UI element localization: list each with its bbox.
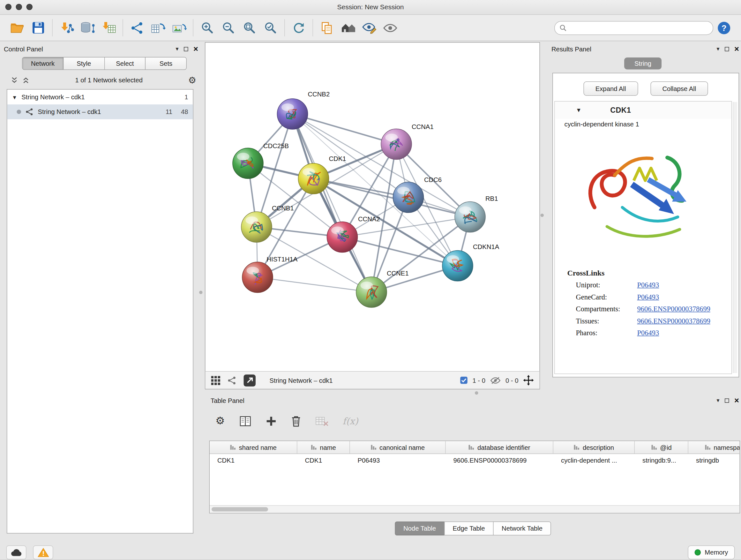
network-row[interactable]: String Network – cdk1 11 48 — [7, 105, 193, 119]
tab-style[interactable]: Style — [64, 57, 105, 70]
show-graphics-details-button[interactable] — [380, 18, 401, 38]
pan-crosshair-icon[interactable] — [523, 375, 534, 386]
memory-button[interactable]: Memory — [688, 545, 735, 559]
scrollbar-thumb[interactable] — [212, 507, 268, 512]
control-panel-collapse-icon[interactable]: ▾ — [176, 46, 179, 52]
column-header-description[interactable]: description — [553, 441, 635, 454]
column-header-canonical-name[interactable]: canonical name — [350, 441, 446, 454]
table-panel-float-icon[interactable] — [725, 398, 729, 402]
network-node-ccna1[interactable] — [381, 129, 412, 160]
show-columns-icon[interactable] — [239, 415, 252, 427]
new-network-from-selection-button[interactable] — [126, 18, 147, 38]
import-network-from-database-button[interactable] — [77, 18, 98, 38]
crosslink-uniprot-link[interactable]: P06493 — [637, 281, 659, 290]
column-header-database-identifier[interactable]: database identifier — [446, 441, 554, 454]
tab-node-table[interactable]: Node Table — [395, 522, 445, 536]
network-options-gear-icon[interactable]: ⚙ — [188, 76, 196, 85]
column-header--id[interactable]: @id — [635, 441, 688, 454]
tab-network-table[interactable]: Network Table — [493, 522, 551, 536]
table-row[interactable]: CDK1CDK1P064939606.ENSP00000378699cyclin… — [210, 454, 740, 467]
table-panel-collapse-icon[interactable]: ▾ — [717, 397, 720, 403]
zoom-fit-button[interactable] — [239, 18, 260, 38]
collapse-all-icon[interactable] — [10, 77, 18, 84]
open-session-button[interactable] — [7, 18, 28, 38]
bottom-splitter-handle[interactable] — [475, 391, 478, 395]
copy-button[interactable] — [317, 18, 338, 38]
control-panel-float-icon[interactable] — [184, 47, 188, 51]
table-cell[interactable]: P06493 — [350, 457, 446, 464]
crosslink-compartments-link[interactable]: 9606.ENSP00000378699 — [637, 305, 711, 314]
collapse-all-button[interactable]: Collapse All — [650, 81, 708, 96]
zoom-out-button[interactable] — [218, 18, 239, 38]
hidden-eye-slash-icon[interactable] — [490, 376, 501, 384]
hide-annotations-button[interactable] — [359, 18, 380, 38]
network-share-small-icon[interactable] — [227, 376, 237, 385]
table-cell[interactable]: stringdb:9... — [635, 457, 688, 464]
crosslink-genecard-link[interactable]: P06493 — [637, 293, 659, 301]
selected-checkbox-icon[interactable] — [460, 376, 468, 384]
column-header-shared-name[interactable]: shared name — [210, 441, 297, 454]
network-canvas[interactable]: CCNB2CCNA1CDC25BCDK1CDC6RB1CCNB1CCNA2CDK… — [205, 43, 540, 371]
network-node-cdkn1a[interactable] — [442, 251, 473, 281]
tab-sets[interactable]: Sets — [145, 57, 186, 70]
tab-edge-table[interactable]: Edge Table — [444, 522, 494, 536]
network-graph[interactable]: CCNB2CCNA1CDC25BCDK1CDC6RB1CCNB1CCNA2CDK… — [205, 43, 540, 371]
control-panel-close-icon[interactable]: × — [193, 45, 198, 53]
results-panel-close-icon[interactable]: × — [734, 45, 739, 53]
column-header-name[interactable]: name — [297, 441, 350, 454]
crosslink-tissues-link[interactable]: 9606.ENSP00000378699 — [637, 317, 711, 325]
network-edge[interactable] — [293, 114, 397, 144]
tree-expander-icon[interactable]: ▼ — [12, 94, 17, 100]
crosslink-pharos-link[interactable]: P06493 — [637, 329, 659, 337]
home-view-button[interactable] — [338, 18, 359, 38]
network-edge[interactable] — [293, 114, 372, 292]
save-session-button[interactable] — [28, 18, 49, 38]
network-node-hist1h1a[interactable] — [242, 262, 273, 293]
expand-all-icon[interactable] — [22, 77, 30, 84]
import-table-from-file-button[interactable] — [98, 18, 119, 38]
network-node-cdc6[interactable] — [393, 182, 424, 212]
table-cell[interactable]: CDK1 — [297, 457, 350, 464]
zoom-selected-button[interactable] — [260, 18, 281, 38]
network-node-ccnb2[interactable] — [277, 99, 308, 129]
network-node-cdk1[interactable] — [298, 164, 329, 194]
tab-select[interactable]: Select — [105, 57, 146, 70]
node-section-expander-icon[interactable]: ▼ — [576, 107, 582, 114]
grid-view-icon[interactable] — [211, 376, 220, 385]
birdseye-view-button[interactable] — [244, 374, 256, 386]
tab-network[interactable]: Network — [23, 57, 64, 70]
left-splitter-handle[interactable] — [199, 291, 203, 294]
network-node-ccna2[interactable] — [327, 222, 358, 253]
table-horizontal-scrollbar[interactable] — [210, 505, 740, 513]
tab-string[interactable]: String — [624, 57, 662, 70]
network-node-cdc25b[interactable] — [232, 148, 263, 179]
table-cell[interactable]: 9606.ENSP00000378699 — [446, 457, 554, 464]
refresh-button[interactable] — [288, 18, 309, 38]
network-node-ccnb1[interactable] — [241, 212, 272, 242]
network-node-rb1[interactable] — [455, 202, 485, 233]
export-image-button[interactable] — [169, 18, 190, 38]
results-panel-float-icon[interactable] — [725, 47, 729, 51]
add-column-icon[interactable] — [266, 415, 277, 427]
new-table-from-network-button[interactable] — [147, 18, 169, 38]
expand-all-button[interactable]: Expand All — [583, 81, 638, 96]
help-button[interactable]: ? — [713, 18, 734, 38]
network-node-ccne1[interactable] — [356, 277, 387, 307]
column-header-namespac[interactable]: namespac — [688, 441, 740, 454]
warnings-button[interactable] — [33, 545, 53, 559]
import-network-from-file-button[interactable] — [56, 18, 77, 38]
table-cell[interactable]: CDK1 — [210, 457, 297, 464]
table-options-gear-icon[interactable]: ⚙ — [215, 416, 225, 426]
zoom-in-button[interactable] — [197, 18, 218, 38]
delete-column-icon[interactable] — [291, 415, 301, 427]
table-panel-close-icon[interactable]: × — [734, 396, 739, 405]
right-splitter-handle[interactable] — [541, 213, 544, 217]
results-panel-collapse-icon[interactable]: ▾ — [717, 46, 720, 52]
results-scrollbar[interactable] — [733, 102, 738, 373]
cloud-status-button[interactable] — [6, 545, 26, 559]
table-cell[interactable]: cyclin-dependent ... — [553, 457, 635, 464]
table-cell[interactable]: stringdb — [688, 457, 740, 464]
network-edge[interactable] — [258, 277, 372, 293]
network-collection-row[interactable]: ▼ String Network – cdk1 1 — [7, 90, 193, 105]
search-input[interactable] — [567, 23, 708, 32]
